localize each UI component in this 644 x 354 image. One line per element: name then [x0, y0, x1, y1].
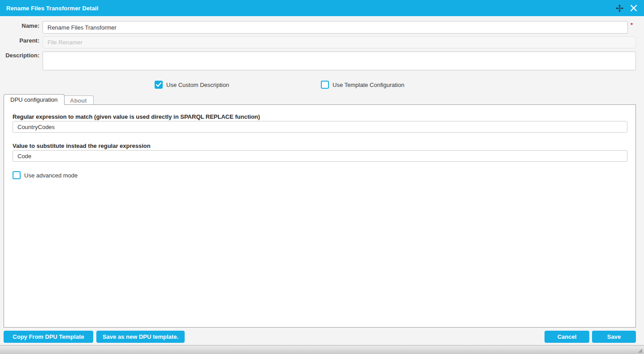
- use-custom-description-label: Use Custom Description: [166, 82, 229, 88]
- checkbox-unchecked-icon: [13, 171, 21, 179]
- checkbox-unchecked-icon: [321, 81, 329, 89]
- substitute-input[interactable]: [13, 150, 627, 162]
- checkbox-row: Use Custom Description Use Template Conf…: [0, 81, 644, 90]
- required-marker: *: [631, 22, 633, 28]
- dialog-title: Rename Files Transformer Detail: [6, 5, 98, 12]
- regex-label: Regular expression to match (given value…: [13, 113, 260, 120]
- description-textarea[interactable]: [43, 52, 636, 70]
- status-bar: [0, 345, 644, 354]
- save-button[interactable]: Save: [592, 331, 636, 343]
- tab-about-label: About: [70, 97, 87, 104]
- name-input[interactable]: [43, 21, 628, 34]
- description-label: Description:: [0, 52, 39, 59]
- dpu-detail-dialog: Rename Files Transformer Detail: [0, 0, 644, 354]
- dpu-configuration-panel: Regular expression to match (given value…: [4, 104, 636, 328]
- substitute-label: Value to substitute instead the regular …: [13, 142, 151, 149]
- parent-label: Parent:: [0, 37, 39, 44]
- resize-grip-icon[interactable]: [636, 347, 643, 353]
- move-icon[interactable]: [615, 4, 623, 12]
- cancel-button[interactable]: Cancel: [545, 331, 589, 343]
- tab-dpu-configuration[interactable]: DPU configuration: [4, 94, 65, 105]
- dialog-titlebar[interactable]: Rename Files Transformer Detail: [0, 0, 644, 16]
- use-template-configuration-checkbox[interactable]: Use Template Configuration: [321, 81, 404, 89]
- parent-input: [43, 36, 636, 48]
- checkbox-checked-icon: [155, 81, 163, 89]
- close-icon[interactable]: [630, 4, 638, 12]
- name-label: Name:: [0, 22, 39, 29]
- use-advanced-mode-checkbox[interactable]: Use advanced mode: [13, 171, 78, 179]
- use-custom-description-checkbox[interactable]: Use Custom Description: [155, 81, 229, 89]
- save-as-new-dpu-template-button[interactable]: Save as new DPU template.: [96, 331, 185, 343]
- use-template-configuration-label: Use Template Configuration: [333, 82, 404, 88]
- copy-from-dpu-template-button[interactable]: Copy From DPU Template: [4, 331, 93, 343]
- titlebar-actions: [615, 4, 638, 12]
- tab-about[interactable]: About: [63, 95, 94, 105]
- use-advanced-mode-label: Use advanced mode: [24, 172, 78, 179]
- tab-dpu-configuration-label: DPU configuration: [10, 96, 58, 103]
- regex-input[interactable]: [13, 121, 627, 133]
